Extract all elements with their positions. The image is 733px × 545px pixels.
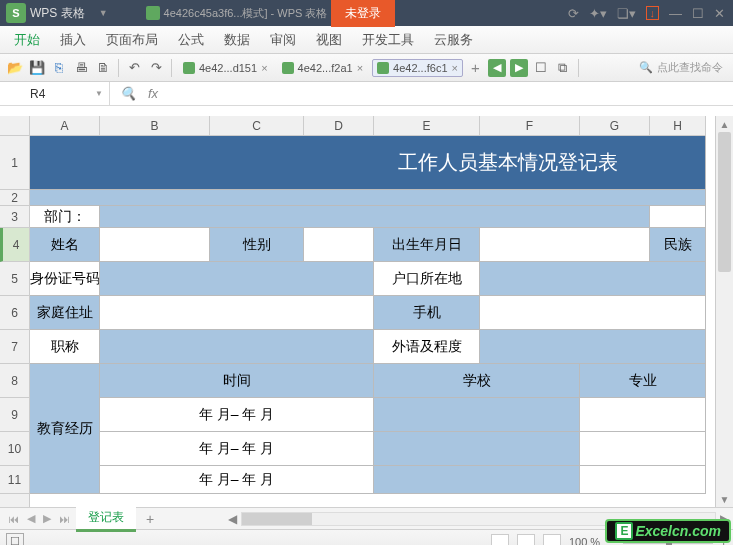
sheet-next-icon[interactable]: ▶ xyxy=(41,512,53,525)
tab-nav-right-icon[interactable]: ▶ xyxy=(510,59,528,77)
cell-school-header[interactable]: 学校 xyxy=(374,364,580,398)
cell-edu-school-2[interactable] xyxy=(374,432,580,466)
sync-icon[interactable]: ⟳ xyxy=(568,6,579,21)
menu-start[interactable]: 开始 xyxy=(14,31,40,49)
menu-view[interactable]: 视图 xyxy=(316,31,342,49)
col-header-D[interactable]: D xyxy=(304,116,374,135)
col-header-E[interactable]: E xyxy=(374,116,480,135)
cell-dept-label[interactable]: 部门： xyxy=(30,206,100,228)
maximize-button[interactable]: ☐ xyxy=(692,6,704,21)
row-header-7[interactable]: 7 xyxy=(0,330,29,364)
product-dropdown-icon[interactable]: ▼ xyxy=(91,8,116,18)
cell-edu-school-3[interactable] xyxy=(374,466,580,494)
scroll-thumb[interactable] xyxy=(718,132,731,272)
cell-edu-major-3[interactable] xyxy=(580,466,706,494)
new-sheet-button[interactable]: + xyxy=(140,511,160,527)
cell-edu-label[interactable]: 教育经历 xyxy=(30,364,100,494)
row-header-4[interactable]: 4 xyxy=(0,228,29,262)
login-button[interactable]: 未登录 xyxy=(331,0,395,27)
help-icon[interactable]: ❏▾ xyxy=(617,6,636,21)
sheet-tab[interactable]: 登记表 xyxy=(76,506,136,532)
menu-devtools[interactable]: 开发工具 xyxy=(362,31,414,49)
fx-label[interactable]: fx xyxy=(148,86,158,101)
name-box[interactable]: R4 ▼ xyxy=(0,82,110,105)
minimize-button[interactable]: — xyxy=(669,6,682,21)
cell-birth-label[interactable]: 出生年月日 xyxy=(374,228,480,262)
row-header-6[interactable]: 6 xyxy=(0,296,29,330)
row-header-5[interactable]: 5 xyxy=(0,262,29,296)
row-header-1[interactable]: 1 xyxy=(0,136,29,190)
close-tab-icon[interactable]: × xyxy=(357,62,363,74)
cell-hukou-label[interactable]: 户口所在地 xyxy=(374,262,480,296)
cell-addr-label[interactable]: 家庭住址 xyxy=(30,296,100,330)
col-header-A[interactable]: A xyxy=(30,116,100,135)
cell-edu-school-1[interactable] xyxy=(374,398,580,432)
input-mode-icon[interactable]: ☐ xyxy=(6,533,24,545)
cell-edu-time-3[interactable]: 年 月– 年 月 xyxy=(100,466,374,494)
cell-major-header[interactable]: 专业 xyxy=(580,364,706,398)
sheet-first-icon[interactable]: ⏮ xyxy=(6,513,21,525)
view-break-icon[interactable] xyxy=(543,534,561,546)
col-header-B[interactable]: B xyxy=(100,116,210,135)
row-header-9[interactable]: 9 xyxy=(0,398,29,432)
window-icon[interactable]: ☐ xyxy=(532,59,550,77)
col-header-C[interactable]: C xyxy=(210,116,304,135)
scroll-down-icon[interactable]: ▼ xyxy=(716,491,733,507)
cell-lang-val[interactable] xyxy=(480,330,706,364)
row-header-8[interactable]: 8 xyxy=(0,364,29,398)
menu-insert[interactable]: 插入 xyxy=(60,31,86,49)
view-page-icon[interactable] xyxy=(517,534,535,546)
sheet-prev-icon[interactable]: ◀ xyxy=(25,512,37,525)
skin-icon[interactable]: ✦▾ xyxy=(589,6,607,21)
close-tab-icon[interactable]: × xyxy=(261,62,267,74)
cell-name-label[interactable]: 姓名 xyxy=(30,228,100,262)
command-search[interactable]: 🔍 点此查找命令 xyxy=(639,60,727,75)
cell-birth-val[interactable] xyxy=(480,228,650,262)
row-header-2[interactable]: 2 xyxy=(0,190,29,206)
cell-dept-value[interactable] xyxy=(100,206,650,228)
cell-gender-val[interactable] xyxy=(304,228,374,262)
file-tab-1[interactable]: 4e42...d151 × xyxy=(178,59,273,77)
cell-id-label[interactable]: 身份证号码 xyxy=(30,262,100,296)
scroll-left-icon[interactable]: ◀ xyxy=(224,512,241,526)
cell-grid[interactable]: 工作人员基本情况登记表部门：姓名性别出生年月日民族身份证号码户口所在地家庭住址手… xyxy=(30,136,715,507)
cell-title-val[interactable] xyxy=(100,330,374,364)
menu-review[interactable]: 审阅 xyxy=(270,31,296,49)
file-tab-3[interactable]: 4e42...f6c1 × xyxy=(372,59,463,77)
menu-page-layout[interactable]: 页面布局 xyxy=(106,31,158,49)
col-header-F[interactable]: F xyxy=(480,116,580,135)
print-preview-icon[interactable]: 🗎 xyxy=(94,59,112,77)
cell-time-header[interactable]: 时间 xyxy=(100,364,374,398)
cell-name-val[interactable] xyxy=(100,228,210,262)
file-tab-2[interactable]: 4e42...f2a1 × xyxy=(277,59,369,77)
col-header-H[interactable]: H xyxy=(650,116,706,135)
whats-new-icon[interactable]: ↓ xyxy=(646,6,660,20)
cell-edu-time-1[interactable]: 年 月– 年 月 xyxy=(100,398,374,432)
fx-search-icon[interactable]: 🔍 xyxy=(120,86,136,101)
menu-formula[interactable]: 公式 xyxy=(178,31,204,49)
export-icon[interactable]: ⎘ xyxy=(50,59,68,77)
cell-hukou-val[interactable] xyxy=(480,262,706,296)
close-tab-icon[interactable]: × xyxy=(452,62,458,74)
namebox-dropdown-icon[interactable]: ▼ xyxy=(95,89,109,98)
row2-spacer[interactable] xyxy=(30,190,706,206)
cell-r3-h[interactable] xyxy=(650,206,706,228)
view-normal-icon[interactable] xyxy=(491,534,509,546)
cell-id-val[interactable] xyxy=(100,262,374,296)
open-icon[interactable]: 📂 xyxy=(6,59,24,77)
select-all-corner[interactable] xyxy=(0,116,30,136)
undo-icon[interactable]: ↶ xyxy=(125,59,143,77)
row-header-11[interactable]: 11 xyxy=(0,466,29,494)
menu-cloud[interactable]: 云服务 xyxy=(434,31,473,49)
menu-data[interactable]: 数据 xyxy=(224,31,250,49)
popout-icon[interactable]: ⧉ xyxy=(554,59,572,77)
cell-phone-label[interactable]: 手机 xyxy=(374,296,480,330)
cell-addr-val[interactable] xyxy=(100,296,374,330)
cell-lang-label[interactable]: 外语及程度 xyxy=(374,330,480,364)
new-tab-button[interactable]: + xyxy=(467,59,484,76)
cell-edu-time-2[interactable]: 年 月– 年 月 xyxy=(100,432,374,466)
print-icon[interactable]: 🖶 xyxy=(72,59,90,77)
sheet-last-icon[interactable]: ⏭ xyxy=(57,513,72,525)
scroll-thumb[interactable] xyxy=(242,513,312,525)
cell-ethnic-label[interactable]: 民族 xyxy=(650,228,706,262)
